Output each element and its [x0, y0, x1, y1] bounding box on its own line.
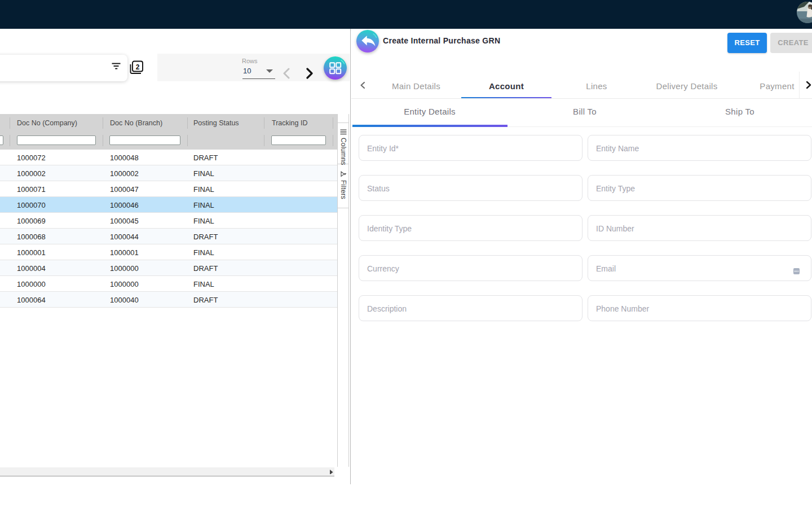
svg-text:2: 2 — [136, 63, 140, 71]
